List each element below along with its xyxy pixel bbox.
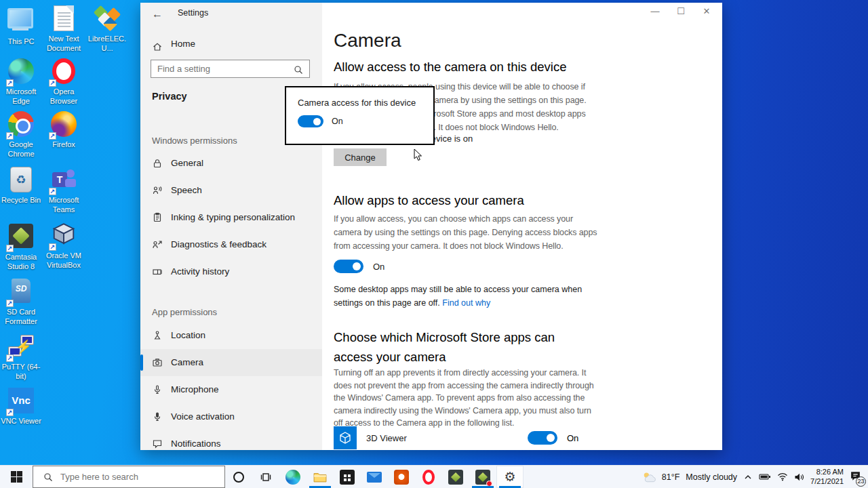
find-out-why-link[interactable]: Find out why (442, 298, 490, 308)
speaker-icon[interactable] (794, 472, 804, 482)
taskbar-mail-button[interactable] (361, 466, 388, 488)
taskbar-opera-button[interactable] (415, 466, 442, 488)
sidebar-item-notifications[interactable]: Notifications (140, 430, 322, 450)
3d-viewer-toggle[interactable] (528, 431, 557, 445)
sidebar-item-activity-history[interactable]: Activity history (140, 258, 322, 285)
desktop-icon-opera[interactable]: ↗Opera Browser (43, 58, 85, 106)
gear-icon: ⚙ (504, 470, 515, 483)
sidebar-item-general[interactable]: General (140, 150, 322, 177)
battery-icon[interactable] (759, 472, 771, 481)
section3-heading: Choose which Microsoft Store apps can ac… (334, 327, 578, 367)
sidebar-item-speech[interactable]: Speech (140, 177, 322, 204)
microsoft-store-icon (340, 470, 355, 485)
desktop-icon-putty[interactable]: ⚡↗PuTTY (64-bit) (0, 333, 42, 382)
this-pc-icon (7, 8, 33, 28)
camera-access-toggle[interactable] (298, 115, 323, 127)
desktop-icon-virtualbox[interactable]: ↗Oracle VM VirtualBox (43, 222, 85, 270)
weather-icon[interactable] (642, 471, 656, 483)
taskbar-cortana-button[interactable] (225, 466, 252, 488)
shortcut-arrow-icon: ↗ (49, 79, 56, 87)
search-icon (43, 472, 54, 483)
desktop-icon-libreelec[interactable]: LibreELEC.U... (86, 5, 128, 54)
taskbar-camtasia-button[interactable] (442, 466, 469, 488)
edge-icon (285, 470, 300, 485)
taskbar-search-input[interactable] (60, 472, 216, 482)
page-title: Camera (334, 30, 401, 52)
office-icon (394, 470, 409, 485)
task-view-icon (260, 471, 272, 483)
sidebar-root-title: Privacy (152, 91, 187, 102)
taskbar-task-view-button[interactable] (252, 466, 279, 488)
taskbar-office-button[interactable] (388, 466, 415, 488)
sidebar-item-inking-typing[interactable]: Inking & typing personalization (140, 204, 322, 231)
camtasia-recorder-icon (475, 470, 490, 485)
taskbar: ⚙ 81°F Mostly cloudy 8:26 AM 7/21/2021 2… (0, 465, 868, 488)
action-center-button[interactable]: 23 (850, 470, 861, 484)
back-button[interactable]: ← (146, 5, 169, 23)
desktop-icon-google-chrome[interactable]: ↗Google Chrome (0, 111, 42, 159)
camera-access-toggle-label: On (332, 117, 343, 126)
camtasia-icon (448, 470, 463, 485)
weather-temp[interactable]: 81°F (662, 472, 680, 482)
sidebar-item-microphone[interactable]: Microphone (140, 376, 322, 403)
allow-apps-toggle-row: On (334, 260, 384, 273)
desktop-icon-sd-card-formatter[interactable]: SD↗SD Card Formatter (0, 278, 42, 327)
camera-access-flyout: Camera access for this device On (285, 86, 435, 145)
change-button[interactable]: Change (334, 148, 387, 166)
location-icon (152, 330, 163, 341)
wifi-icon[interactable] (777, 472, 788, 481)
taskbar-clock[interactable]: 8:26 AM 7/21/2021 (810, 468, 844, 487)
allow-apps-toggle[interactable] (334, 260, 363, 273)
show-hidden-icons-chevron[interactable] (743, 472, 753, 482)
window-title: Settings (178, 8, 208, 18)
camera-icon (152, 357, 163, 368)
desktop-icon-new-text-document[interactable]: New Text Document (43, 5, 85, 54)
shortcut-arrow-icon: ↗ (6, 245, 14, 252)
desktop-icon-this-pc[interactable]: This PC (0, 5, 42, 47)
taskbar-edge-button[interactable] (279, 466, 307, 488)
lock-icon (152, 158, 163, 169)
3d-viewer-icon (334, 426, 357, 449)
taskbar-file-explorer-button[interactable] (307, 466, 334, 488)
sidebar-item-voice-activation[interactable]: Voice activation (140, 403, 322, 430)
sd-card-icon: SD (12, 279, 31, 303)
desktop-icon-vnc-viewer[interactable]: Vnc↗VNC Viewer (0, 388, 42, 426)
desktop-icon-recycle-bin[interactable]: ♻Recycle Bin (0, 167, 42, 205)
shortcut-arrow-icon: ↗ (49, 132, 56, 140)
taskbar-settings-button[interactable]: ⚙ (496, 466, 524, 488)
desktop: This PC New Text Document LibreELEC.U...… (0, 0, 868, 488)
maximize-button[interactable]: ☐ (668, 3, 694, 22)
windows-logo-icon (11, 471, 22, 483)
settings-search-input[interactable] (157, 60, 290, 77)
taskbar-search[interactable] (33, 466, 225, 488)
home-icon (152, 39, 163, 49)
sidebar-group-windows-permissions: Windows permissions (152, 136, 237, 146)
clock-time: 8:26 AM (810, 468, 844, 477)
voice-activation-icon (152, 411, 163, 422)
shortcut-arrow-icon: ↗ (6, 354, 14, 362)
sidebar-item-location[interactable]: Location (140, 322, 322, 349)
mail-icon (367, 472, 382, 483)
weather-desc[interactable]: Mostly cloudy (686, 472, 737, 482)
document-icon (54, 5, 74, 31)
taskbar-store-button[interactable] (334, 466, 361, 488)
shortcut-arrow-icon: ↗ (49, 188, 56, 195)
clipboard-icon (152, 212, 163, 223)
desktop-icon-camtasia[interactable]: ↗Camtasia Studio 8 (0, 222, 42, 272)
close-button[interactable]: ✕ (694, 3, 719, 22)
settings-search[interactable] (151, 60, 310, 78)
desktop-icon-firefox[interactable]: ↗Firefox (43, 111, 85, 150)
notification-count-badge: 23 (856, 476, 866, 487)
desktop-icon-microsoft-teams[interactable]: T↗Microsoft Teams (43, 167, 85, 215)
flyout-title: Camera access for this device (298, 98, 416, 108)
desktop-icon-microsoft-edge[interactable]: ↗Microsoft Edge (0, 58, 42, 106)
sidebar-item-diagnostics-feedback[interactable]: Diagnostics & feedback (140, 231, 322, 258)
section3-body: Turning off an app prevents it from dire… (334, 367, 598, 430)
sidebar-item-home[interactable]: Home (140, 34, 322, 54)
start-button[interactable] (0, 466, 33, 488)
sidebar-item-camera[interactable]: Camera (140, 349, 322, 376)
taskbar-camtasia-recorder-button[interactable] (469, 466, 496, 488)
minimize-button[interactable]: — (642, 3, 668, 22)
settings-content: — ☐ ✕ Camera Allow access to the camera … (322, 3, 722, 450)
3d-viewer-toggle-label: On (567, 433, 578, 443)
